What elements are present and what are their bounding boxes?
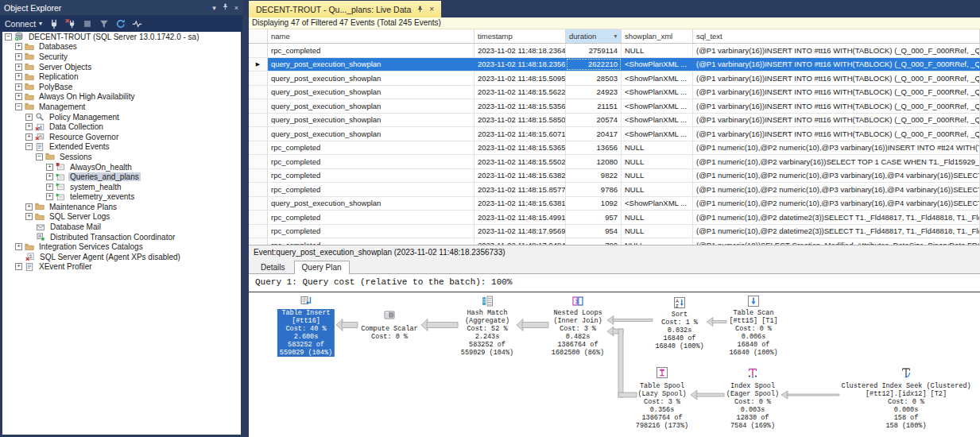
cell-sql_text[interactable]: (@P1 varbinary(16))INSERT INTO #tt16 WIT… [693,114,980,127]
cell-showplan_xml[interactable]: <ShowPlanXML ... [622,114,693,127]
plan-node-nested-loops[interactable]: Nested Loops (Inner Join) Cost: 3 % 0.48… [552,309,604,357]
tree-item-sql-server-agent-agent-xps-disabled[interactable]: SQL Server Agent (Agent XPs disabled) [2,252,241,262]
event-row[interactable]: rpc_completed2023-11-02 11:48:15.4991719… [249,211,980,225]
tab-query-plan[interactable]: Query Plan [294,261,350,274]
cell-duration[interactable]: 20417 [566,127,622,141]
filter-icon[interactable] [99,18,110,29]
tab-details[interactable]: Details [253,261,293,273]
collapse-icon[interactable]: − [25,143,33,150]
cell-showplan_xml[interactable]: NULL [622,225,693,238]
cell-timestamp[interactable]: 2023-11-02 11:48:18.2364964 [475,44,566,57]
cell-sql_text[interactable]: (@P1 varbinary(16))INSERT INTO #tt16 WIT… [693,86,980,99]
plan-node-sort[interactable]: Sort Cost: 1 % 0.032s 16840 of 16840 (10… [655,311,703,350]
cell-duration[interactable]: 790 [566,238,622,245]
expand-icon[interactable]: + [46,184,53,191]
event-row[interactable]: rpc_completed2023-11-02 11:48:18.2364964… [249,44,980,58]
cell-duration[interactable]: 21151 [566,99,622,113]
event-row[interactable]: rpc_completed2023-11-02 11:48:15.8577483… [249,183,980,197]
cell-sql_text[interactable]: (@P1 numeric(10),@P2 datetime2(3))SELECT… [693,211,980,224]
plan-node-table-scan[interactable]: Table Scan [#tt15] [T1] Cost: 0 % 0.006s… [729,309,777,357]
cell-sql_text[interactable]: (@P1 varbinary(16))INSERT INTO #tt16 WIT… [693,58,980,72]
tree-item-policy-management[interactable]: +Policy Management [2,112,241,122]
cell-name[interactable]: rpc_completed [268,141,475,155]
cell-timestamp[interactable]: 2023-11-02 11:48:15.6381436 [475,197,566,211]
cell-sql_text[interactable]: (@P1 numeric(10),@P2 varbinary(16))SELEC… [693,155,980,168]
plan-node-table-insert[interactable]: Table Insert [#tt16] Cost: 40 % 2.600s 5… [277,309,335,357]
plan-node-compute-scalar[interactable]: Compute Scalar Cost: 0 % [361,325,417,341]
cell-name[interactable]: query_post_execution_showplan [268,58,475,72]
expand-icon[interactable]: + [15,73,22,80]
cell-name[interactable]: query_post_execution_showplan [268,127,475,141]
cell-timestamp[interactable]: 2023-11-02 11:48:15.5365042 [475,141,566,155]
tree-item-sql-server-logs[interactable]: +SQL Server Logs [2,212,241,222]
expand-icon[interactable]: + [46,173,53,180]
cell-showplan_xml[interactable]: <ShowPlanXML ... [622,99,693,113]
cell-sql_text[interactable]: (@P1 numeric(10))SELECT Creation, Modifi… [693,238,980,245]
cell-showplan_xml[interactable]: NULL [622,169,693,183]
event-row[interactable]: rpc_completed2023-11-02 11:48:17.9569026… [249,225,980,239]
tree-item-management[interactable]: −Management [2,102,241,112]
cell-sql_text[interactable]: (@P1 varbinary(16))INSERT INTO #tt16 WIT… [693,99,980,113]
cell-name[interactable]: rpc_completed [268,238,475,245]
cell-timestamp[interactable]: 2023-11-02 11:48:15.4991719 [475,211,566,224]
tree-item-queries-and-plans[interactable]: +Queries_and_plans [2,172,241,182]
cell-showplan_xml[interactable]: NULL [622,44,693,57]
tree-item-maintenance-plans[interactable]: +Maintenance Plans [2,202,241,212]
cell-duration[interactable]: 9822 [566,169,622,183]
column-header-duration[interactable]: duration▼ [566,29,622,43]
cell-name[interactable]: query_post_execution_showplan [268,72,475,85]
collapse-icon[interactable]: − [15,103,22,110]
plan-node-hash-match[interactable]: Hash Match (Aggregate) Cost: 52 % 2.243s… [461,309,513,357]
tree-item-databases[interactable]: +Databases [2,42,241,52]
plan-node-table-spool[interactable]: Table Spool (Lazy Spool) Cost: 3 % 0.356… [636,382,688,430]
cell-duration[interactable]: 2759114 [566,44,622,57]
event-row[interactable]: query_post_execution_showplan2023-11-02 … [249,114,980,128]
tree-item-always-on-high-availability[interactable]: +Always On High Availability [2,92,241,102]
expand-icon[interactable]: + [15,53,22,60]
plan-node-clustered-index-seek[interactable]: Clustered Index Seek (Clustered) [#tt12]… [841,382,970,430]
cell-timestamp[interactable]: 2023-11-02 11:48:15.5622666 [475,86,566,99]
cell-name[interactable]: rpc_completed [268,225,475,238]
expand-icon[interactable]: + [25,213,33,220]
tree-item-database-mail[interactable]: Database Mail [2,222,241,232]
window-position-icon[interactable]: ▾ [212,4,216,12]
cell-name[interactable]: query_post_execution_showplan [268,99,475,113]
tree-item-polybase[interactable]: +PolyBase [2,82,241,92]
cell-showplan_xml[interactable]: <ShowPlanXML ... [622,197,693,211]
cell-duration[interactable]: 24923 [566,86,622,99]
tree-item-replication[interactable]: +Replication [2,72,241,82]
cell-showplan_xml[interactable]: <ShowPlanXML ... [622,72,693,85]
event-row[interactable]: query_post_execution_showplan2023-11-02 … [249,127,980,141]
cell-timestamp[interactable]: 2023-11-02 11:48:18.2356733 [475,58,566,72]
cell-name[interactable]: rpc_completed [268,44,475,57]
cell-duration[interactable]: 13656 [566,141,622,155]
tree-item-data-collection[interactable]: +Data Collection [2,122,241,132]
close-icon[interactable]: × [429,5,434,14]
tree-item-alwayson-health[interactable]: +AlwaysOn_health [2,162,241,172]
cell-showplan_xml[interactable]: NULL [622,238,693,245]
cell-timestamp[interactable]: 2023-11-02 11:48:15.6071531 [475,127,566,141]
tree-item-telemetry-xevents[interactable]: +telemetry_xevents [2,192,241,203]
collapse-icon[interactable]: − [36,153,43,160]
cell-timestamp[interactable]: 2023-11-02 11:48:15.5850097 [475,114,566,127]
cell-name[interactable]: rpc_completed [268,211,475,224]
plan-node-index-spool[interactable]: Index Spool (Eager Spool) Cost: 0 % 0.00… [726,382,779,430]
expand-icon[interactable]: + [15,64,22,71]
event-row[interactable]: query_post_execution_showplan2023-11-02 … [249,86,980,100]
cell-timestamp[interactable]: 2023-11-02 11:48:15.5356553 [475,99,566,113]
cell-showplan_xml[interactable]: <ShowPlanXML ... [622,58,693,72]
cell-showplan_xml[interactable]: <ShowPlanXML ... [622,86,693,99]
tree-item-sessions[interactable]: −Sessions [2,152,241,162]
event-row[interactable]: query_post_execution_showplan2023-11-02 … [249,72,980,86]
disconnect-plug-icon[interactable] [65,18,76,29]
cell-duration[interactable]: 957 [566,211,622,224]
cell-duration[interactable]: 9786 [566,183,622,196]
cell-duration[interactable]: 2622210 [566,58,622,72]
tree-item-server-objects[interactable]: +Server Objects [2,62,241,72]
cell-name[interactable]: query_post_execution_showplan [268,197,475,211]
pin-icon[interactable] [222,3,229,12]
expand-icon[interactable]: + [15,43,22,50]
activity-monitor-icon[interactable] [132,18,143,29]
cell-name[interactable]: rpc_completed [268,155,475,168]
expand-icon[interactable]: + [25,133,33,141]
